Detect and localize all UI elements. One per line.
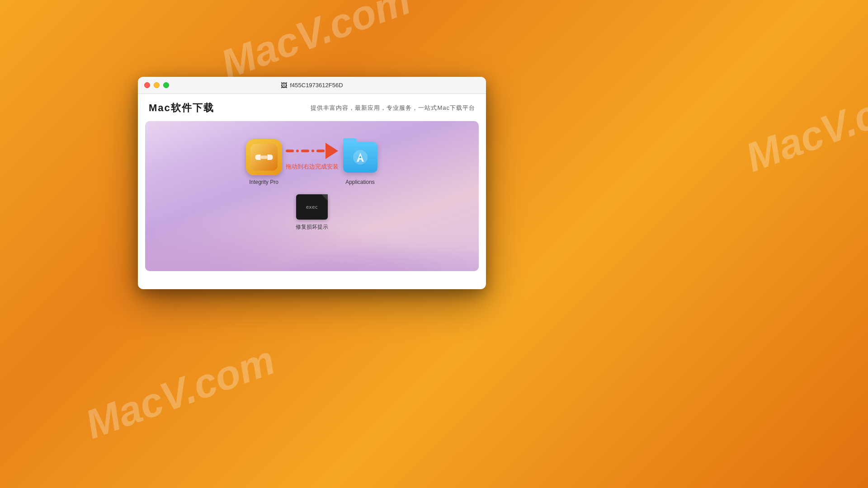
brand-title: Mac软件下载: [149, 101, 214, 115]
watermark-top: MacV.com: [215, 0, 417, 88]
dash-3: [316, 150, 325, 152]
dmg-window: 🖼 f455C1973612F56D Mac软件下载 提供丰富内容，最新应用，专…: [138, 77, 486, 289]
dash-dot-2: [311, 150, 314, 152]
app-icon-label: Integrity Pro: [249, 179, 278, 185]
minimize-button[interactable]: [154, 82, 160, 88]
applications-icon-wrapper[interactable]: Applications: [342, 139, 378, 185]
app-icon-wrapper[interactable]: Integrity Pro: [246, 139, 282, 185]
titlebar-text: f455C1973612F56D: [290, 82, 343, 89]
maximize-button[interactable]: [163, 82, 169, 88]
close-button[interactable]: [144, 82, 150, 88]
exec-icon: exec: [296, 194, 328, 220]
folder-inner-icon: [352, 149, 368, 165]
titlebar: 🖼 f455C1973612F56D: [138, 77, 486, 94]
dash-dot-1: [296, 150, 299, 152]
titlebar-title: 🖼 f455C1973612F56D: [281, 82, 343, 89]
integrity-pro-icon: [246, 139, 282, 175]
disk-icon: 🖼: [281, 82, 287, 89]
folder-symbol: [343, 142, 377, 173]
install-row: Integrity Pro 拖动到右边完成安装: [246, 139, 378, 185]
exec-row[interactable]: exec 修复损坏提示: [296, 194, 328, 231]
window-header: Mac软件下载 提供丰富内容，最新应用，专业服务，一站式Mac下载平台: [138, 94, 486, 121]
svg-rect-1: [260, 155, 267, 159]
watermark-bottom: MacV.com: [80, 337, 281, 448]
exec-text: exec: [306, 204, 318, 210]
applications-folder-icon: [342, 139, 378, 175]
applications-label: Applications: [345, 179, 375, 185]
dash-2: [301, 150, 309, 152]
exec-label: 修复损坏提示: [296, 223, 328, 231]
dmg-inner: Integrity Pro 拖动到右边完成安装: [145, 121, 479, 231]
integrity-pro-svg: [250, 144, 278, 171]
drag-hint: 拖动到右边完成安装: [286, 163, 339, 171]
traffic-lights: [144, 82, 169, 88]
dmg-content: Integrity Pro 拖动到右边完成安装: [145, 121, 479, 271]
watermark-right: MacV.co: [740, 82, 868, 181]
drag-arrow-area: 拖动到右边完成安装: [286, 143, 339, 182]
arrow-head: [326, 143, 338, 159]
folder-shape: [343, 142, 377, 173]
drag-arrow: [286, 143, 338, 159]
dash-1: [286, 150, 294, 152]
dash-line: [286, 150, 325, 152]
tagline: 提供丰富内容，最新应用，专业服务，一站式Mac下载平台: [311, 104, 475, 112]
